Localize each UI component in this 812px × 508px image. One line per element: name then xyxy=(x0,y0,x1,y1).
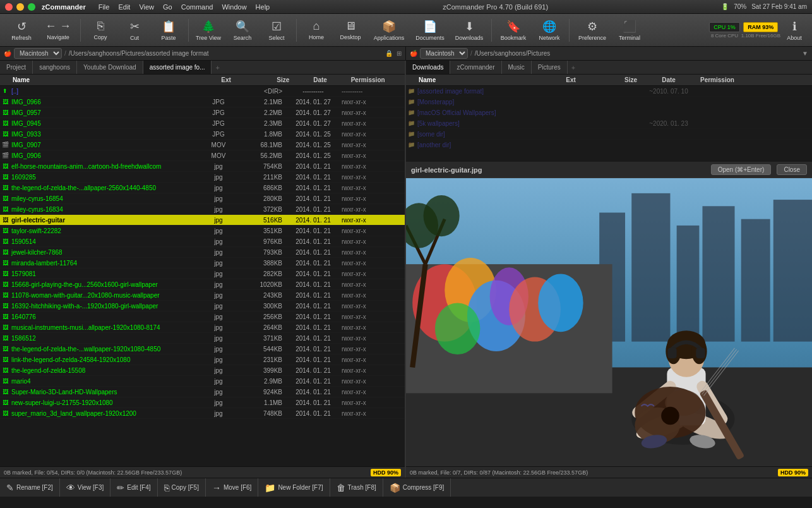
right-file-row[interactable]: 📁[another dir] xyxy=(406,140,812,150)
file-row[interactable]: 🖼IMG_0945JPG2.3MB2014. 01. 27rwxr-xr-x xyxy=(0,118,405,129)
left-file-list[interactable]: ⬆[..]<DIR>--------------------🖼IMG_0966J… xyxy=(0,86,405,466)
file-row[interactable]: 🖼Super-Mario-3D-Land-HD-Wallpapersjpg924… xyxy=(0,387,405,397)
file-row[interactable]: 🖼super_mario_3d_land_wallpaper-1920x1200… xyxy=(0,408,405,419)
file-row[interactable]: 🖼elf-horse-mountains-anim...cartoon-hd-f… xyxy=(0,161,405,172)
file-row[interactable]: 🖼girl-electric-guitarjpg516KB2014. 01. 2… xyxy=(0,215,405,226)
file-row[interactable]: 🖼IMG_0966JPG2.1MB2014. 01. 27rwxr-xr-x xyxy=(0,97,405,107)
file-row[interactable]: 🖼miley-cyrus-16854jpg280KB2014. 01. 21rw… xyxy=(0,193,405,204)
file-row[interactable]: 🖼musical-instruments-musi...allpaper-192… xyxy=(0,322,405,333)
col-ext[interactable]: Ext xyxy=(210,76,242,83)
tab-project[interactable]: Project xyxy=(0,61,33,74)
path-controls[interactable]: 🔒 ⊞ xyxy=(385,50,402,57)
view-button[interactable]: 👁 View [F3] xyxy=(60,478,111,497)
menu-window[interactable]: Window xyxy=(222,3,246,11)
file-row[interactable]: 🖼new-super-luigi-u-21755-1920x1080jpg1.1… xyxy=(0,397,405,408)
right-file-row[interactable]: 📁[assorted image format]~2010. 07. 10 xyxy=(406,86,812,97)
tab-zcommander[interactable]: zCommander xyxy=(450,61,501,74)
file-row[interactable]: 🖼jewel-kilcher-7868jpg793KB2014. 01. 21r… xyxy=(0,247,405,258)
trash-button[interactable]: 🗑 Trash [F8] xyxy=(330,478,383,497)
right-file-row[interactable]: 📁[5k wallpapers]~2020. 01. 23 xyxy=(406,118,812,129)
tab-add-button[interactable]: + xyxy=(212,61,223,74)
file-row[interactable]: 🖼11078-woman-with-guitar...20x1080-music… xyxy=(0,290,405,301)
navigate-button[interactable]: ← → Navigate xyxy=(39,16,77,45)
about-button[interactable]: ℹ About xyxy=(782,16,807,45)
file-row[interactable]: 🖼taylor-swift-22282jpg351KB2014. 01. 21r… xyxy=(0,226,405,236)
left-tab-bar[interactable]: Project sanghoons Youtube Download assor… xyxy=(0,61,405,75)
file-row[interactable]: 🖼IMG_0957JPG2.2MB2014. 01. 27rwxr-xr-x xyxy=(0,107,405,118)
tab-youtube-download[interactable]: Youtube Download xyxy=(77,61,143,74)
downloads-button[interactable]: ⬇ Downloads xyxy=(450,16,488,45)
menu-bar[interactable]: File Edit View Go Command Window Help xyxy=(99,3,270,11)
close-button[interactable]: Close xyxy=(777,164,807,175)
right-tab-add-button[interactable]: + xyxy=(568,61,579,74)
close-button[interactable] xyxy=(5,3,13,11)
copy-files-button[interactable]: ⎘ Copy [F5] xyxy=(158,478,206,497)
right-file-row[interactable]: 📁[macOS Official Wallpapers] xyxy=(406,107,812,118)
file-row[interactable]: 🖼1586512jpg371KB2014. 01. 21rwxr-xr-x xyxy=(0,333,405,344)
bookmark-button[interactable]: 🔖 Bookmark xyxy=(495,16,532,45)
tab-downloads[interactable]: Downloads xyxy=(406,61,450,74)
file-row[interactable]: 🖼16392-hitchhiking-with-a-...1920x1080-g… xyxy=(0,301,405,311)
file-row[interactable]: 🖼link-the-legend-of-zelda-24584-1920x108… xyxy=(0,354,405,365)
select-button[interactable]: ☑ Select xyxy=(260,16,293,45)
file-row[interactable]: 🖼15668-girl-playing-the-gu...2560x1600-g… xyxy=(0,279,405,290)
paste-button[interactable]: 📋 Paste xyxy=(152,16,185,45)
right-col-name[interactable]: Name xyxy=(416,76,555,83)
menu-go[interactable]: Go xyxy=(163,3,172,11)
tab-assorted[interactable]: assorted image fo... xyxy=(143,61,212,74)
file-row[interactable]: 🖼the-legend-of-zelda-the-...wallpaper-19… xyxy=(0,344,405,354)
right-path-expand-icon[interactable]: ▼ xyxy=(802,50,808,57)
tab-sanghoons[interactable]: sanghoons xyxy=(33,61,77,74)
right-col-date[interactable]: Date xyxy=(637,76,700,83)
desktop-button[interactable]: 🖥 Desktop xyxy=(334,16,367,45)
file-row[interactable]: 🎬IMG_0906MOV56.2MB2014. 01. 25rwxr-xr-x xyxy=(0,150,405,161)
network-button[interactable]: 🌐 Network xyxy=(533,16,566,45)
file-row[interactable]: 🖼1579081jpg282KB2014. 01. 21rwxr-xr-x xyxy=(0,269,405,279)
file-row[interactable]: 🖼1609285jpg211KB2014. 01. 21rwxr-xr-x xyxy=(0,172,405,183)
applications-button[interactable]: 📦 Applications xyxy=(368,16,410,45)
file-row[interactable]: 🖼miley-cyrus-16834jpg372KB2014. 01. 21rw… xyxy=(0,204,405,215)
preference-button[interactable]: ⚙ Preference xyxy=(573,16,612,45)
right-file-row[interactable]: 📁[Monsterapp] xyxy=(406,97,812,107)
path-expand-icon[interactable]: ⊞ xyxy=(397,50,402,57)
tab-pictures[interactable]: Pictures xyxy=(532,61,568,74)
right-tab-bar[interactable]: Downloads zCommander Music Pictures + xyxy=(406,61,812,75)
col-date[interactable]: Date xyxy=(292,76,348,83)
right-path-controls[interactable]: ▼ xyxy=(802,50,808,57)
right-col-size[interactable]: Size xyxy=(587,76,637,83)
copy-button[interactable]: ⎘ Copy xyxy=(84,16,117,45)
right-drive-select[interactable]: Macintosh xyxy=(420,48,468,59)
file-row[interactable]: 🖼mario4jpg2.9MB2014. 01. 21rwxr-xr-x xyxy=(0,376,405,387)
menu-edit[interactable]: Edit xyxy=(118,3,130,11)
cut-button[interactable]: ✂ Cut xyxy=(118,16,151,45)
file-row[interactable]: 🖼the-legend-of-zelda-15508jpg399KB2014. … xyxy=(0,365,405,376)
move-button[interactable]: → Move [F6] xyxy=(206,478,258,497)
window-controls[interactable] xyxy=(5,3,35,11)
menu-command[interactable]: Command xyxy=(181,3,213,11)
file-row[interactable]: ⬆[..]<DIR>-------------------- xyxy=(0,86,405,97)
rename-button[interactable]: ✎ Rename [F2] xyxy=(0,478,60,497)
compress-button[interactable]: 📦 Compress [F9] xyxy=(383,478,451,497)
right-file-list[interactable]: 📁[assorted image format]~2010. 07. 10📁[M… xyxy=(406,86,812,162)
menu-view[interactable]: View xyxy=(139,3,154,11)
edit-button[interactable]: ✏ Edit [F4] xyxy=(110,478,157,497)
minimize-button[interactable] xyxy=(16,3,24,11)
right-file-row[interactable]: 📁[some dir] xyxy=(406,129,812,140)
search-button[interactable]: 🔍 Search xyxy=(226,16,259,45)
refresh-button[interactable]: ↺ Refresh xyxy=(5,16,38,45)
home-button[interactable]: ⌂ Home xyxy=(300,16,333,45)
new-folder-button[interactable]: 📁 New Folder [F7] xyxy=(258,478,330,497)
file-row[interactable]: 🖼1640776jpg256KB2014. 01. 21rwxr-xr-x xyxy=(0,311,405,322)
terminal-button[interactable]: ⬛ Terminal xyxy=(613,16,646,45)
file-row[interactable]: 🖼IMG_0933JPG1.8MB2014. 01. 25rwxr-xr-x xyxy=(0,129,405,140)
treeview-button[interactable]: 🌲 Tree View xyxy=(192,16,225,45)
menu-help[interactable]: Help xyxy=(256,3,270,11)
right-col-ext[interactable]: Ext xyxy=(555,76,587,83)
file-row[interactable]: 🎬IMG_0907MOV68.1MB2014. 01. 25rwxr-xr-x xyxy=(0,140,405,150)
tab-music[interactable]: Music xyxy=(502,61,532,74)
menu-file[interactable]: File xyxy=(99,3,110,11)
file-row[interactable]: 🖼miranda-lambert-11764jpg388KB2014. 01. … xyxy=(0,258,405,269)
file-row[interactable]: 🖼the-legend-of-zelda-the-...allpaper-256… xyxy=(0,183,405,193)
open-button[interactable]: Open (⌘+Enter) xyxy=(711,164,772,175)
documents-button[interactable]: 📄 Documents xyxy=(411,16,449,45)
